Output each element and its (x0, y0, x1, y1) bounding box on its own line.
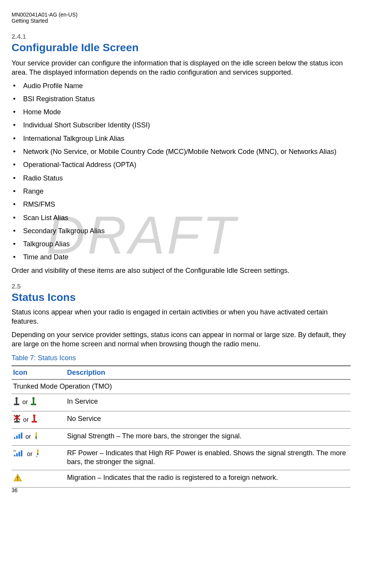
svg-point-4 (32, 397, 35, 399)
desc-rf-power: RF Power – Indicates that High RF Power … (65, 445, 351, 470)
table-7-caption: Table 7: Status Icons (12, 354, 351, 362)
table-row: or In Service (12, 394, 351, 411)
migration-warning-icon (13, 473, 22, 484)
desc-no-service: No Service (65, 411, 351, 429)
svg-rect-15 (16, 436, 18, 439)
list-item: International Talkgroup Link Alias (12, 134, 351, 143)
signal-strength-icon-alt (33, 432, 39, 442)
icon-cell-rf-power: HI or H (12, 445, 65, 470)
chapter-title: Getting Started (12, 18, 351, 24)
svg-rect-17 (21, 433, 22, 439)
svg-text:HI: HI (13, 449, 16, 453)
svg-rect-2 (14, 404, 19, 405)
page-header: MN002041A01-AG (en-US) Getting Started (12, 12, 351, 24)
svg-rect-18 (35, 433, 37, 434)
list-item: Home Mode (12, 107, 351, 117)
section-title-configurable-idle-screen: Configurable Idle Screen (12, 42, 351, 54)
svg-rect-13 (32, 421, 37, 423)
svg-rect-14 (14, 437, 15, 439)
svg-rect-16 (18, 434, 20, 439)
icon-cell-in-service: or (12, 394, 65, 411)
doc-id: MN002041A01-AG (en-US) (12, 12, 351, 18)
in-service-icon-alt (30, 397, 37, 408)
desc-signal-strength: Signal Strength – The more bars, the str… (65, 429, 351, 445)
table-row: or No Service (12, 411, 351, 429)
no-service-icon (13, 414, 21, 425)
status-icons-table: Icon Description Trunked Mode Operation … (12, 365, 351, 488)
closing-paragraph: Order and visibility of these items are … (12, 266, 351, 275)
list-item: Individual Short Subscriber Identity (IS… (12, 120, 351, 130)
rf-power-icon: HI (13, 449, 25, 459)
table-row: HI or H RF Power – Indicates that High R… (12, 445, 351, 470)
list-item: Operational-Tactical Address (OPTA) (12, 160, 351, 169)
svg-rect-19 (35, 434, 37, 436)
list-item: Network (No Service, or Mobile Country C… (12, 147, 351, 156)
svg-point-1 (15, 397, 18, 399)
or-text: or (27, 450, 32, 458)
svg-rect-27 (37, 449, 39, 451)
status-icons-p1: Status icons appear when your radio is e… (12, 307, 351, 326)
no-service-icon-alt (31, 414, 38, 425)
status-icons-p2: Depending on your service provider setti… (12, 330, 351, 349)
section-number-241: 2.4.1 (12, 33, 351, 41)
icon-cell-migration (12, 470, 65, 487)
svg-rect-26 (21, 450, 22, 456)
list-item: Range (12, 187, 351, 196)
rf-power-icon-alt: H (35, 449, 41, 459)
list-item: RMS/FMS (12, 200, 351, 209)
svg-rect-8 (14, 421, 20, 423)
in-service-icon (13, 397, 20, 408)
table-row: Migration – Indicates that the radio is … (12, 470, 351, 487)
desc-in-service: In Service (65, 394, 351, 411)
icon-cell-no-service: or (12, 411, 65, 429)
list-item: Secondary Talkgroup Alias (12, 226, 351, 236)
or-text: or (25, 433, 31, 441)
table-header-description: Description (65, 366, 351, 380)
desc-migration: Migration – Indicates that the radio is … (65, 470, 351, 487)
svg-rect-32 (17, 476, 18, 479)
table-row: or Signal Strength – The more bars, the … (12, 429, 351, 445)
group-tmo: Trunked Mode Operation (TMO) (12, 379, 351, 394)
idle-screen-items-list: Audio Profile Name BSI Registration Stat… (12, 81, 351, 262)
or-text: or (22, 398, 28, 406)
list-item: Radio Status (12, 174, 351, 183)
table-header-icon: Icon (12, 366, 65, 380)
svg-rect-28 (37, 451, 39, 453)
svg-rect-25 (18, 452, 20, 456)
svg-rect-29 (37, 453, 39, 455)
svg-rect-24 (16, 453, 18, 456)
svg-point-12 (33, 414, 35, 417)
svg-rect-5 (31, 404, 36, 405)
table-group-row: Trunked Mode Operation (TMO) (12, 379, 351, 394)
svg-rect-21 (35, 438, 37, 439)
svg-rect-20 (35, 436, 37, 438)
page-number: 36 (12, 487, 18, 493)
or-text: or (23, 416, 29, 424)
list-item: Talkgroup Alias (12, 239, 351, 249)
signal-strength-icon (13, 432, 23, 442)
svg-rect-23 (14, 455, 15, 456)
list-item: Time and Date (12, 252, 351, 262)
svg-rect-33 (17, 479, 18, 480)
list-item: BSI Registration Status (12, 94, 351, 104)
intro-paragraph: Your service provider can configure the … (12, 58, 351, 77)
section-title-status-icons: Status Icons (12, 291, 351, 304)
svg-text:H: H (36, 455, 37, 457)
list-item: Audio Profile Name (12, 81, 351, 90)
section-number-25: 2.5 (12, 283, 351, 291)
list-item: Scan List Alias (12, 213, 351, 222)
icon-cell-signal-strength: or (12, 429, 65, 445)
